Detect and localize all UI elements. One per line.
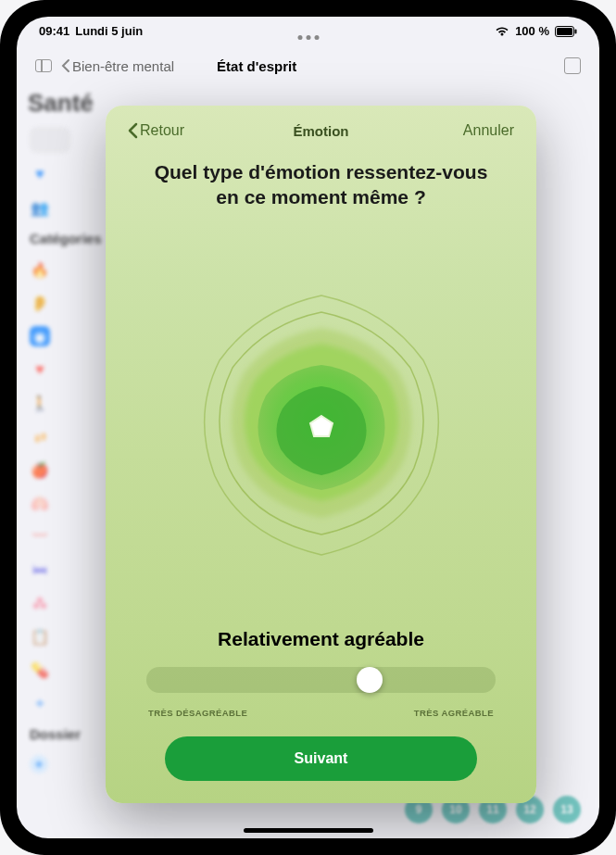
bg-back-button[interactable]: Bien-être mental <box>61 58 174 74</box>
calendar-icon[interactable] <box>564 57 581 74</box>
search-input[interactable] <box>30 127 70 153</box>
ipad-frame: 09:41 Lundi 5 juin 100 % Bien-être m <box>0 0 616 855</box>
sidebar-item-mobility[interactable]: 🚶 <box>30 393 70 413</box>
symptoms-icon: ⁂ <box>30 593 50 613</box>
question-text: Quel type d'émotion ressentez-vous en ce… <box>128 159 514 210</box>
slider-min-label: TRÈS DÉSAGRÉABLE <box>148 708 247 718</box>
sidebar-item-nutrition[interactable]: 🍎 <box>30 459 70 480</box>
wifi-icon <box>495 26 509 37</box>
svg-rect-2 <box>575 29 577 33</box>
bg-back-label: Bien-être mental <box>72 58 174 74</box>
cancel-button[interactable]: Annuler <box>463 122 514 139</box>
emotion-flower-icon <box>173 277 470 573</box>
heart-icon: ♥ <box>30 359 50 380</box>
sidebar-item-medications[interactable]: 💊 <box>30 660 70 680</box>
slider-labels: TRÈS DÉSAGRÉABLE TRÈS AGRÉABLE <box>148 708 494 718</box>
bg-nav-title: État d'esprit <box>217 58 296 74</box>
slider-container <box>146 667 496 697</box>
app-title: Santé <box>28 89 70 118</box>
flame-icon: 🔥 <box>30 259 50 280</box>
sidebar-item-hearing[interactable]: 👂 <box>30 293 70 313</box>
bed-icon: 🛏 <box>30 560 50 580</box>
battery-percent: 100 % <box>515 24 549 38</box>
sidebar-item-mental[interactable]: ◉ <box>30 326 70 346</box>
sidebar-item-other[interactable]: ＋ <box>30 693 70 713</box>
dossier-heading: Dossier <box>30 726 70 742</box>
sidebar-item-sharing[interactable]: 👥 <box>30 197 70 218</box>
sidebar-item-add[interactable]: + <box>30 755 70 773</box>
sidebar-item-activity[interactable]: 🔥 <box>30 259 70 280</box>
pill-icon: 💊 <box>30 660 50 680</box>
emotion-label: Relativement agréable <box>128 628 514 650</box>
sidebar-item-sleep[interactable]: 🛏 <box>30 560 70 580</box>
emotion-visual <box>128 233 514 619</box>
slider-max-label: TRÈS AGRÉABLE <box>414 708 494 718</box>
next-button[interactable]: Suivant <box>165 736 477 781</box>
sidebar-item-summary[interactable]: ♥ <box>30 164 70 184</box>
back-button[interactable]: Retour <box>128 122 184 139</box>
brain-icon: ◉ <box>30 326 50 346</box>
back-label: Retour <box>140 122 184 139</box>
heart-icon: ♥ <box>30 164 50 184</box>
sidebar-item-records[interactable]: 📋 <box>30 626 70 647</box>
categories-heading: Catégories <box>30 231 70 246</box>
day-bubble[interactable]: 13 <box>553 796 581 824</box>
people-icon: 👥 <box>30 197 50 218</box>
battery-icon <box>555 26 577 37</box>
modal-header: Retour Émotion Annuler <box>128 122 514 139</box>
clipboard-icon: 📋 <box>30 626 50 647</box>
chevron-left-icon <box>128 122 138 139</box>
svg-rect-1 <box>557 28 572 35</box>
background-nav: Bien-être mental État d'esprit <box>17 50 599 82</box>
sidebar-toggle-icon[interactable] <box>35 59 52 72</box>
status-date: Lundi 5 juin <box>75 24 143 38</box>
emotion-modal: Retour Émotion Annuler Quel type d'émoti… <box>106 106 536 803</box>
sidebar: Santé ♥ 👥 Catégories 🔥 👂 ◉ ♥ 🚶 ⇄ 🍎 🫁 〰 🛏… <box>17 82 83 838</box>
sidebar-item-respiratory[interactable]: 🫁 <box>30 493 70 513</box>
sidebar-item-movement[interactable]: ⇄ <box>30 426 70 446</box>
person-icon: 🚶 <box>30 393 50 413</box>
screen: 09:41 Lundi 5 juin 100 % Bien-être m <box>17 17 599 838</box>
modal-title: Émotion <box>294 123 349 139</box>
sidebar-item-symptoms[interactable]: ⁂ <box>30 593 70 613</box>
ecg-icon: 〰 <box>30 526 50 547</box>
ear-icon: 👂 <box>30 293 50 313</box>
sidebar-item-vitals[interactable]: 〰 <box>30 526 70 547</box>
apple-icon: 🍎 <box>30 459 50 480</box>
multitask-dots[interactable] <box>297 35 319 40</box>
arrows-icon: ⇄ <box>30 426 50 446</box>
status-time: 09:41 <box>39 24 69 38</box>
sidebar-item-heart[interactable]: ♥ <box>30 359 70 380</box>
lungs-icon: 🫁 <box>30 493 50 513</box>
add-circle-icon: + <box>30 755 48 773</box>
plus-icon: ＋ <box>30 693 50 713</box>
home-indicator[interactable] <box>244 828 373 833</box>
emotion-slider[interactable] <box>146 667 496 693</box>
